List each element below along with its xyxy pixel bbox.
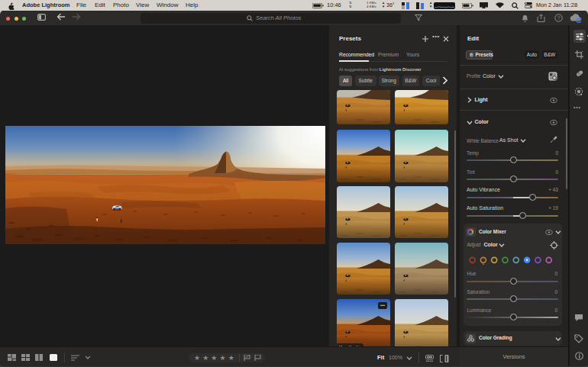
svg-text:?: ? bbox=[557, 14, 561, 20]
